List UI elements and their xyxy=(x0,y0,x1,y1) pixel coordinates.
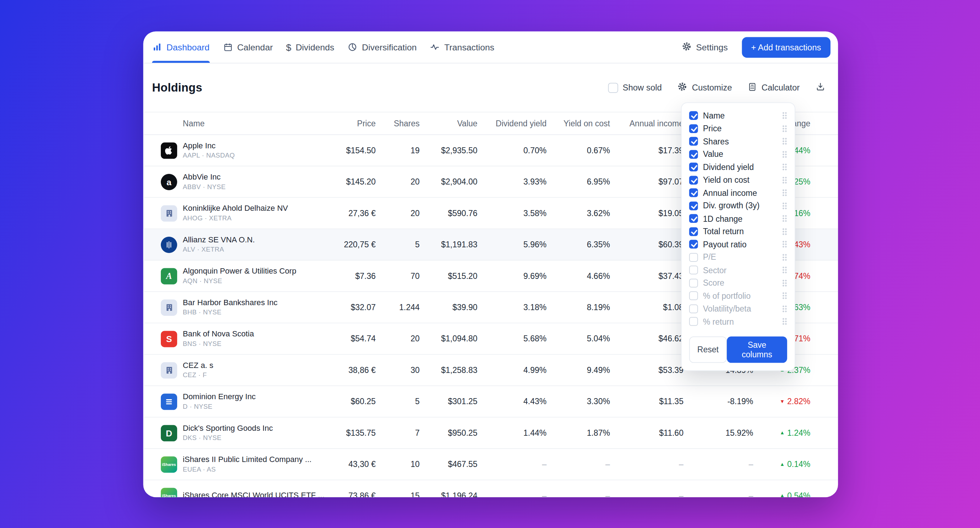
checkbox-checked-icon[interactable] xyxy=(689,137,698,146)
checkbox-checked-icon[interactable] xyxy=(689,124,698,133)
checkbox-unchecked-icon[interactable] xyxy=(689,304,698,313)
drag-handle-icon[interactable] xyxy=(782,253,787,261)
show-sold-checkbox[interactable] xyxy=(608,82,618,93)
column-option-of-portfolio[interactable]: % of portfolio xyxy=(689,290,787,302)
holding-name-cell: AAlgonquin Power & Utilities CorpAQN · N… xyxy=(161,267,301,285)
holding-name-cell: Dominion Energy IncD · NYSE xyxy=(161,392,301,411)
annual-income-cell: $11.60 xyxy=(610,428,684,438)
column-option-shares[interactable]: Shares xyxy=(689,135,787,147)
column-option-value[interactable]: Value xyxy=(689,148,787,161)
annual-income-cell: $37.43 xyxy=(610,271,684,281)
drag-handle-icon[interactable] xyxy=(782,151,787,158)
checkbox-checked-icon[interactable] xyxy=(689,163,698,172)
page-title: Holdings xyxy=(152,81,202,94)
column-option-total-return[interactable]: Total return xyxy=(689,225,787,238)
column-option-score[interactable]: Score xyxy=(689,276,787,289)
drag-handle-icon[interactable] xyxy=(782,125,787,132)
show-sold-toggle[interactable]: Show sold xyxy=(608,82,662,93)
save-columns-button[interactable]: Save columns xyxy=(727,336,787,362)
drag-handle-icon[interactable] xyxy=(782,215,787,222)
holding-row-d-nyse[interactable]: Dominion Energy IncD · NYSE$60.255$301.2… xyxy=(143,386,838,417)
checkbox-checked-icon[interactable] xyxy=(689,240,698,249)
tab-transactions[interactable]: Transactions xyxy=(430,31,495,62)
checkbox-checked-icon[interactable] xyxy=(689,111,698,120)
div-growth-cell: – xyxy=(684,491,753,498)
drag-handle-icon[interactable] xyxy=(782,176,787,184)
checkbox-checked-icon[interactable] xyxy=(689,150,698,159)
dividend-yield-cell: 1.44% xyxy=(477,428,547,438)
column-header-value[interactable]: Value xyxy=(420,119,477,128)
drag-handle-icon[interactable] xyxy=(782,266,787,274)
checkbox-unchecked-icon[interactable] xyxy=(689,253,698,262)
tab-diversification[interactable]: Diversification xyxy=(348,31,417,62)
nav-tabs: DashboardCalendar$DividendsDiversificati… xyxy=(152,31,508,62)
arrow-down-icon: ▼ xyxy=(780,399,785,404)
checkbox-unchecked-icon[interactable] xyxy=(689,266,698,275)
export-button[interactable] xyxy=(815,82,825,94)
drag-handle-icon[interactable] xyxy=(782,189,787,197)
tab-label: Calendar xyxy=(237,42,273,52)
add-transactions-button[interactable]: + Add transactions xyxy=(742,36,830,57)
drag-handle-icon[interactable] xyxy=(782,228,787,235)
drag-handle-icon[interactable] xyxy=(782,305,787,312)
column-option-sector[interactable]: Sector xyxy=(689,264,787,276)
column-header-yield-on-cost[interactable]: Yield on cost xyxy=(546,119,610,128)
column-option-payout-ratio[interactable]: Payout ratio xyxy=(689,238,787,251)
holding-name-cell: Apple IncAAPL · NASDAQ xyxy=(161,141,301,159)
column-header-annual-income[interactable]: Annual income xyxy=(610,119,684,128)
bar-chart-icon xyxy=(152,42,162,52)
tab-calendar[interactable]: Calendar xyxy=(223,31,273,62)
checkbox-checked-icon[interactable] xyxy=(689,189,698,197)
column-header-dividend-yield[interactable]: Dividend yield xyxy=(477,119,547,128)
yield-on-cost-cell: 4.66% xyxy=(546,271,610,281)
column-option-return[interactable]: % return xyxy=(689,315,787,328)
shares-cell: 10 xyxy=(375,460,420,469)
checkbox-unchecked-icon[interactable] xyxy=(689,279,698,287)
checkbox-checked-icon[interactable] xyxy=(689,214,698,223)
column-option-p-e[interactable]: P/E xyxy=(689,251,787,264)
column-option-dividend-yield[interactable]: Dividend yield xyxy=(689,161,787,173)
drag-handle-icon[interactable] xyxy=(782,138,787,145)
drag-handle-icon[interactable] xyxy=(782,279,787,287)
tab-dividends[interactable]: $Dividends xyxy=(286,31,334,62)
drag-handle-icon[interactable] xyxy=(782,163,787,171)
calendar-icon xyxy=(223,42,232,52)
price-cell: 73,86 € xyxy=(301,491,375,498)
holding-row-euea-as[interactable]: iSharesiShares II Public Limited Company… xyxy=(143,449,838,480)
customize-button[interactable]: Customize xyxy=(678,82,732,94)
checkbox-unchecked-icon[interactable] xyxy=(689,291,698,300)
drag-handle-icon[interactable] xyxy=(782,292,787,300)
column-option-volatility-beta[interactable]: Volatility/beta xyxy=(689,302,787,315)
tab-dashboard[interactable]: Dashboard xyxy=(152,31,210,62)
checkbox-unchecked-icon[interactable] xyxy=(689,317,698,326)
holding-name-cell: Allianz SE VNA O.N.ALV · XETRA xyxy=(161,236,301,254)
drag-handle-icon[interactable] xyxy=(782,202,787,209)
holding-name: Algonquin Power & Utilities Corp xyxy=(183,267,296,276)
holding-name-cell: CEZ a. sCEZ · F xyxy=(161,361,301,379)
column-option-annual-income[interactable]: Annual income xyxy=(689,186,787,199)
column-header-price[interactable]: Price xyxy=(301,119,375,128)
checkbox-checked-icon[interactable] xyxy=(689,201,698,210)
column-option-1d-change[interactable]: 1D change xyxy=(689,212,787,225)
holding-row-ishares-core-msci-world-ucits-etf[interactable]: iSharesiShares Core MSCI World UCITS ETF… xyxy=(143,480,838,497)
column-option-price[interactable]: Price xyxy=(689,122,787,135)
bar-harbor-logo-icon xyxy=(161,299,177,316)
drag-handle-icon[interactable] xyxy=(782,318,787,325)
column-header-name[interactable]: Name xyxy=(161,119,301,128)
column-option-yield-on-cost[interactable]: Yield on cost xyxy=(689,173,787,186)
annual-income-cell: $11.35 xyxy=(610,397,684,406)
column-option-name[interactable]: Name xyxy=(689,109,787,122)
checkbox-checked-icon[interactable] xyxy=(689,176,698,184)
column-header-shares[interactable]: Shares xyxy=(375,119,420,128)
drag-handle-icon[interactable] xyxy=(782,112,787,119)
annual-income-cell: $19.05 xyxy=(610,208,684,218)
checkbox-checked-icon[interactable] xyxy=(689,227,698,236)
yield-on-cost-cell: 6.35% xyxy=(546,240,610,249)
gear-icon xyxy=(682,41,692,53)
holding-row-dks-nyse[interactable]: DDick's Sporting Goods IncDKS · NYSE$135… xyxy=(143,418,838,449)
drag-handle-icon[interactable] xyxy=(782,241,787,248)
column-option-div-growth-3y[interactable]: Div. growth (3y) xyxy=(689,200,787,212)
reset-button[interactable]: Reset xyxy=(689,336,727,362)
settings-button[interactable]: Settings xyxy=(682,41,728,53)
calculator-button[interactable]: Calculator xyxy=(748,82,800,94)
